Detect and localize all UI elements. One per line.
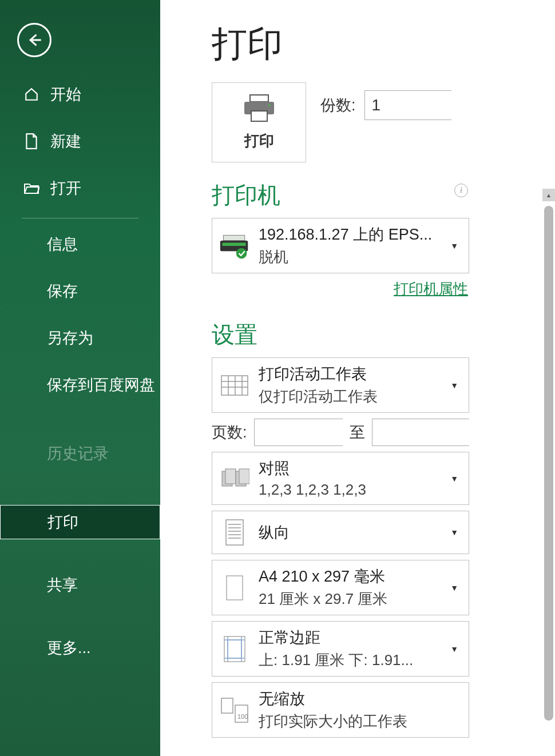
print-button-label: 打印	[244, 131, 274, 151]
nav-label: 保存	[47, 281, 78, 301]
nav-label: 开始	[50, 84, 81, 105]
svg-rect-12	[239, 469, 249, 484]
scaling-line1: 无缩放	[259, 689, 462, 709]
copies-label: 份数:	[320, 95, 356, 116]
nav-label: 共享	[47, 575, 78, 595]
collate-line2: 1,2,3 1,2,3 1,2,3	[259, 481, 442, 499]
margins-line1: 正常边距	[259, 627, 442, 648]
svg-rect-10	[225, 469, 236, 484]
scaling-line2: 打印实际大小的工作表	[259, 711, 462, 731]
nav-more[interactable]: 更多...	[0, 631, 160, 665]
nav-print[interactable]: 打印	[0, 505, 160, 539]
printer-icon	[241, 94, 277, 122]
home-icon	[23, 87, 40, 102]
margins-icon	[219, 634, 250, 665]
settings-heading: 设置	[212, 319, 555, 351]
margins-line2: 上: 1.91 厘米 下: 1.91...	[259, 650, 442, 670]
svg-rect-4	[223, 235, 244, 240]
svg-point-3	[268, 104, 271, 106]
file-icon	[23, 133, 40, 149]
nav-save[interactable]: 保存	[0, 274, 160, 308]
svg-rect-16	[228, 640, 241, 658]
sheet-icon	[219, 370, 250, 401]
svg-rect-6	[223, 242, 246, 246]
print-button[interactable]: 打印	[212, 82, 306, 162]
portrait-icon	[219, 517, 250, 548]
nav-label: 打开	[50, 178, 81, 198]
vertical-scrollbar[interactable]: ▲	[542, 189, 555, 738]
pages-label: 页数:	[212, 422, 247, 443]
svg-point-7	[236, 248, 247, 258]
svg-text:100: 100	[237, 713, 248, 720]
folder-open-icon	[23, 182, 40, 194]
svg-rect-13	[226, 520, 243, 545]
nav-share[interactable]: 共享	[0, 568, 160, 602]
scaling-dropdown[interactable]: 100 无缩放 打印实际大小的工作表	[212, 682, 469, 738]
nav-info[interactable]: 信息	[0, 227, 160, 261]
nav-save-as[interactable]: 另存为	[0, 321, 160, 355]
collate-icon	[219, 463, 250, 494]
nav-save-baidu[interactable]: 保存到百度网盘	[0, 368, 160, 402]
printer-properties-link[interactable]: 打印机属性	[212, 279, 468, 299]
page-from-spinner[interactable]: ▲▼	[254, 419, 343, 446]
arrow-left-icon	[26, 32, 42, 48]
nav-open[interactable]: 打开	[0, 171, 160, 205]
paper-line2: 21 厘米 x 29.7 厘米	[259, 589, 442, 609]
margins-dropdown[interactable]: 正常边距 上: 1.91 厘米 下: 1.91... ▼	[212, 621, 469, 677]
printer-status-icon	[219, 230, 250, 261]
page-to-input[interactable]	[372, 419, 555, 445]
print-what-line1: 打印活动工作表	[259, 364, 442, 384]
nav-label: 保存到百度网盘	[47, 375, 155, 395]
backstage-sidebar: 开始 新建 打开 信息 保存 另存为 保存到百度网盘 历史记录 打印 共享 更多…	[0, 0, 160, 756]
chevron-down-icon: ▼	[450, 474, 458, 483]
nav-label: 新建	[50, 131, 81, 152]
chevron-down-icon: ▼	[450, 644, 458, 654]
svg-rect-2	[251, 111, 267, 121]
orientation-line1: 纵向	[259, 522, 442, 543]
paper-line1: A4 210 x 297 毫米	[259, 566, 442, 587]
chevron-down-icon: ▼	[450, 381, 458, 390]
svg-rect-17	[221, 698, 233, 713]
collate-dropdown[interactable]: 对照 1,2,3 1,2,3 1,2,3 ▼	[212, 452, 469, 505]
page-title: 打印	[212, 20, 555, 68]
printer-name: 192.168.1.27 上的 EPS...	[259, 224, 442, 245]
nav-new[interactable]: 新建	[0, 124, 160, 158]
print-what-dropdown[interactable]: 打印活动工作表 仅打印活动工作表 ▼	[212, 357, 469, 413]
nav-label: 历史记录	[47, 443, 109, 464]
back-button[interactable]	[17, 23, 51, 57]
pages-to-label: 至	[350, 422, 365, 443]
nav-label: 更多...	[47, 638, 91, 658]
copies-input[interactable]	[365, 91, 555, 120]
copies-spinner[interactable]: ▲▼	[364, 90, 451, 120]
nav-label: 信息	[47, 234, 78, 254]
scroll-up-icon[interactable]: ▲	[542, 189, 555, 201]
paper-dropdown[interactable]: A4 210 x 297 毫米 21 厘米 x 29.7 厘米 ▼	[212, 560, 469, 615]
chevron-down-icon: ▼	[450, 583, 458, 592]
printer-heading: 打印机	[212, 180, 280, 211]
scrollbar-thumb[interactable]	[544, 206, 553, 721]
paper-icon	[219, 572, 250, 603]
svg-rect-0	[250, 95, 268, 102]
nav-divider	[22, 218, 138, 218]
svg-rect-8	[221, 376, 248, 395]
nav-label: 打印	[47, 512, 78, 532]
scaling-icon: 100	[219, 695, 250, 726]
page-to-spinner[interactable]: ▲▼	[372, 419, 469, 446]
nav-history: 历史记录	[0, 436, 160, 471]
printer-status: 脱机	[259, 247, 442, 267]
orientation-dropdown[interactable]: 纵向 ▼	[212, 511, 469, 554]
print-what-line2: 仅打印活动工作表	[259, 387, 442, 407]
nav-label: 另存为	[47, 328, 93, 348]
nav-home[interactable]: 开始	[0, 77, 160, 112]
info-icon[interactable]: i	[454, 184, 468, 197]
svg-rect-14	[227, 576, 243, 600]
chevron-down-icon: ▼	[450, 241, 458, 250]
collate-line1: 对照	[259, 458, 442, 479]
chevron-down-icon: ▼	[450, 528, 458, 537]
printer-dropdown[interactable]: 192.168.1.27 上的 EPS... 脱机 ▼	[212, 218, 469, 273]
print-panel: 打印 打印 份数: ▲▼ 打印机 i 192.168.1.27 上的 EPS..…	[160, 0, 555, 756]
